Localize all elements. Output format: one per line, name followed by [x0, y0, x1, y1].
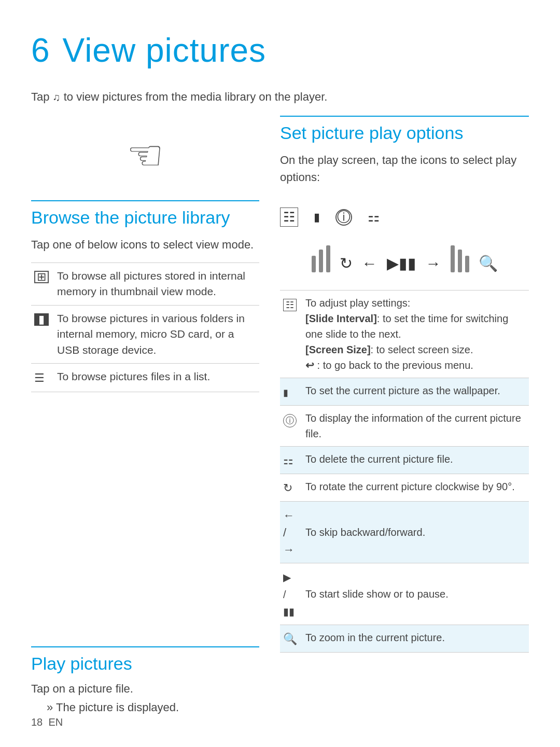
- music-icon: ♫: [53, 91, 61, 103]
- play-subtext: Tap on a picture file.: [31, 682, 259, 696]
- page-number: 18: [31, 716, 43, 728]
- option-row-info: ⓘ To display the information of the curr…: [280, 406, 529, 447]
- browse-section-heading: Browse the picture library: [31, 200, 259, 228]
- rotate-ctrl-icon: ↻: [340, 254, 353, 272]
- two-column-layout: ☜ Browse the picture library Tap one of …: [31, 116, 529, 716]
- set-options-heading: Set picture play options: [280, 116, 529, 143]
- browse-list-item: ⊞ To browse all pictures stored in inter…: [31, 263, 259, 306]
- slide-interval-label: [Slide Interval]: [305, 313, 377, 324]
- browse-item-text-1: To browse all pictures stored in interna…: [54, 263, 259, 306]
- opt-icon-rotate: ↻: [280, 474, 302, 502]
- thumbnail-view-icon: ⊞: [34, 271, 49, 283]
- opt-text-wallpaper: To set the current picture as the wallpa…: [302, 378, 529, 406]
- opt-icon-info: ⓘ: [280, 406, 302, 447]
- option-row-skip: ←/→ To skip backward/forward.: [280, 502, 529, 563]
- next-ctrl-icon: →: [426, 255, 441, 272]
- browse-list-table: ⊞ To browse all pictures stored in inter…: [31, 262, 259, 392]
- screen-size-label: [Screen Size]: [305, 344, 371, 355]
- back-menu-label: ↩: [305, 359, 314, 371]
- browse-icon-list: ☰: [31, 364, 54, 392]
- opt-text-settings: To adjust play settings: [Slide Interval…: [302, 290, 529, 378]
- bar-5: [458, 250, 462, 272]
- bar-group-right: [451, 245, 469, 272]
- intro-paragraph: Tap ♫ to view pictures from the media li…: [31, 88, 529, 105]
- hand-icon-area: ☜: [31, 116, 259, 200]
- bar-3: [326, 245, 330, 272]
- play-section-heading: Play pictures: [31, 646, 259, 674]
- play-pause-ctrl-icon: ▶▮▮: [387, 254, 416, 272]
- bar-group-left: [312, 245, 330, 272]
- wallpaper-icon: ▮: [283, 388, 288, 398]
- browse-list-item: ☰ To browse pictures files in a list.: [31, 364, 259, 392]
- bar-4: [451, 245, 455, 272]
- opt-text-info: To display the information of the curren…: [302, 406, 529, 447]
- opt-text-skip: To skip backward/forward.: [302, 502, 529, 563]
- info-icon: ⓘ: [283, 414, 297, 427]
- opt-icon-wallpaper: ▮: [280, 378, 302, 406]
- opt-text-slideshow: To start slide show or to pause.: [302, 563, 529, 625]
- folder-view-icon: ▮: [34, 313, 49, 326]
- rotate-icon: ↻: [283, 481, 292, 494]
- opt-text-zoom: To zoom in the current picture.: [302, 625, 529, 653]
- prev-ctrl-icon: ←: [362, 255, 377, 272]
- browse-subtext: Tap one of below icons to select view mo…: [31, 236, 259, 253]
- right-icon-1: ☷: [280, 208, 298, 227]
- opt-icon-skip: ←/→: [280, 502, 302, 563]
- play-indent-text: The picture is displayed.: [47, 699, 259, 716]
- skip-icon: ←/→: [283, 509, 295, 556]
- zoom-icon: 🔍: [283, 632, 297, 645]
- settings-icon: ☷: [283, 299, 297, 311]
- opt-icon-delete: ⚏: [280, 447, 302, 474]
- option-row-rotate: ↻ To rotate the current picture clockwis…: [280, 474, 529, 502]
- browse-icon-thumbnail: ⊞: [31, 263, 54, 306]
- list-view-icon: ☰: [34, 371, 45, 384]
- browse-list-item: ▮ To browse pictures in various folders …: [31, 305, 259, 363]
- set-options-subtext: On the play screen, tap the icons to sel…: [280, 151, 529, 186]
- opt-icon-settings: ☷: [280, 290, 302, 378]
- opt-icon-zoom: 🔍: [280, 625, 302, 653]
- slideshow-icon: ▶/▮▮: [283, 572, 295, 617]
- right-column: Set picture play options On the play scr…: [280, 116, 529, 716]
- option-row-slideshow: ▶/▮▮ To start slide show or to pause.: [280, 563, 529, 625]
- lang-label: EN: [48, 716, 63, 728]
- right-icon-3: ⓘ: [335, 209, 352, 226]
- hand-icon: ☜: [127, 131, 164, 179]
- play-controls-visual: ↻ ← ▶▮▮ → 🔍: [280, 240, 529, 278]
- bar-2: [319, 250, 323, 272]
- browse-item-text-2: To browse pictures in various folders in…: [54, 305, 259, 363]
- right-icon-2: ▮: [314, 211, 320, 224]
- page-title: 6View pictures: [31, 31, 529, 70]
- option-row-settings: ☷ To adjust play settings: [Slide Interv…: [280, 290, 529, 378]
- opt-text-delete: To delete the current picture file.: [302, 447, 529, 474]
- play-section: Play pictures Tap on a picture file. The…: [31, 631, 259, 716]
- left-column: ☜ Browse the picture library Tap one of …: [31, 116, 280, 716]
- options-table: ☷ To adjust play settings: [Slide Interv…: [280, 290, 529, 653]
- opt-text-rotate: To rotate the current picture clockwise …: [302, 474, 529, 502]
- option-row-wallpaper: ▮ To set the current picture as the wall…: [280, 378, 529, 406]
- zoom-ctrl-icon: 🔍: [479, 254, 498, 272]
- bar-1: [312, 256, 316, 272]
- browse-icon-folder: ▮: [31, 305, 54, 363]
- bar-6: [465, 256, 469, 272]
- delete-icon: ⚏: [283, 454, 293, 467]
- page-footer: 18 EN: [31, 716, 63, 728]
- browse-item-text-3: To browse pictures files in a list.: [54, 364, 259, 392]
- page-container: 6View pictures Tap ♫ to view pictures fr…: [0, 0, 560, 747]
- option-row-delete: ⚏ To delete the current picture file.: [280, 447, 529, 474]
- right-icon-4: ⚏: [368, 209, 380, 225]
- option-row-zoom: 🔍 To zoom in the current picture.: [280, 625, 529, 653]
- opt-icon-slideshow: ▶/▮▮: [280, 563, 302, 625]
- right-icons-row: ☷ ▮ ⓘ ⚏: [280, 208, 529, 227]
